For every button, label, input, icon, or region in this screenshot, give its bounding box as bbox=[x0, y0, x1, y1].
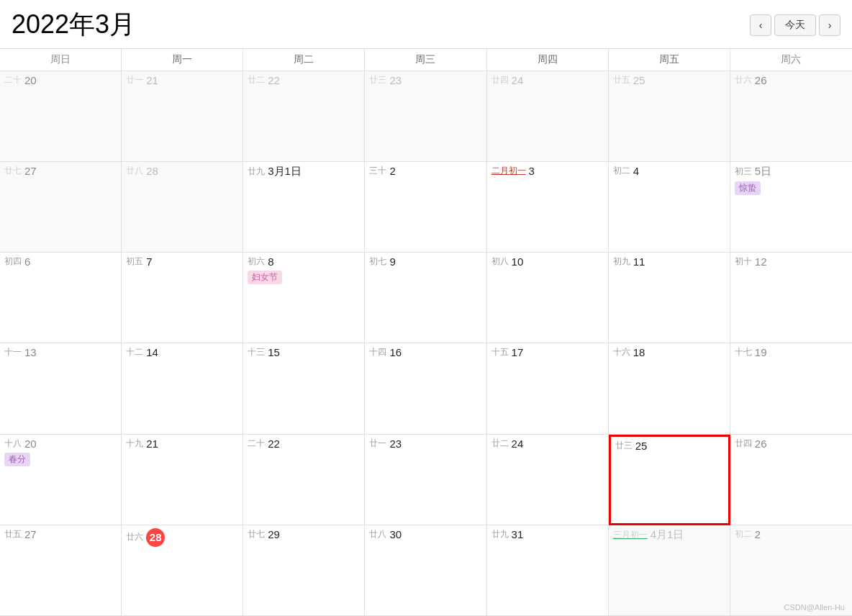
weekday-label: 周五 bbox=[609, 49, 730, 71]
lunar-label: 廿六 bbox=[735, 74, 752, 86]
lunar-label: 十二 bbox=[126, 346, 143, 358]
day-cell[interactable]: 初五7 bbox=[122, 253, 243, 343]
lunar-label: 二十 bbox=[248, 438, 265, 450]
weekday-label: 周三 bbox=[365, 49, 486, 71]
day-number: 26 bbox=[755, 74, 767, 86]
day-number: 18 bbox=[633, 346, 645, 358]
day-cell[interactable]: 十九21 bbox=[122, 435, 243, 525]
day-cell[interactable]: 廿七27 bbox=[0, 162, 122, 253]
weekday-label: 周一 bbox=[122, 49, 243, 71]
day-cell[interactable]: 初六8妇女节 bbox=[243, 253, 365, 343]
day-cell[interactable]: 廿六28 bbox=[122, 525, 243, 616]
day-cell[interactable]: 廿七29 bbox=[243, 525, 365, 616]
day-cell[interactable]: 十二14 bbox=[122, 343, 243, 434]
day-cell[interactable]: 初八10 bbox=[487, 253, 609, 343]
lunar-label: 廿四 bbox=[735, 438, 752, 450]
day-number: 12 bbox=[755, 255, 767, 268]
watermark: CSDN@Allen-Hu bbox=[784, 603, 845, 612]
day-number: 24 bbox=[512, 74, 524, 86]
lunar-label: 十四 bbox=[369, 346, 386, 358]
day-cell[interactable]: 廿一21 bbox=[122, 71, 243, 162]
day-cell[interactable]: 廿九3月1日 bbox=[243, 162, 365, 253]
lunar-label: 十六 bbox=[613, 346, 630, 358]
day-cell[interactable]: 廿四26 bbox=[730, 435, 852, 525]
day-number: 17 bbox=[512, 346, 524, 358]
day-cell[interactable]: 廿六26 bbox=[730, 71, 852, 162]
day-cell[interactable]: 二月初一3 bbox=[487, 162, 609, 253]
day-cell[interactable]: 廿二24 bbox=[487, 435, 609, 525]
day-cell[interactable]: 廿四24 bbox=[487, 71, 609, 162]
day-cell[interactable]: 初四6 bbox=[0, 253, 122, 343]
lunar-label: 初八 bbox=[491, 255, 509, 268]
day-cell[interactable]: 十三15 bbox=[243, 343, 365, 434]
day-cell[interactable]: 十六18 bbox=[609, 343, 730, 434]
day-number: 7 bbox=[146, 255, 152, 268]
event-tag: 春分 bbox=[4, 453, 30, 466]
day-cell[interactable]: 十四16 bbox=[365, 343, 486, 434]
lunar-label: 廿七 bbox=[248, 528, 265, 540]
day-number: 15 bbox=[268, 346, 280, 358]
day-number: 11 bbox=[633, 255, 645, 268]
lunar-label: 三月初一 bbox=[613, 529, 648, 541]
day-cell[interactable]: 廿五27 bbox=[0, 525, 122, 616]
lunar-label: 廿一 bbox=[126, 74, 143, 86]
day-number: 20 bbox=[24, 74, 37, 86]
lunar-label: 十一 bbox=[4, 346, 22, 358]
day-number: 22 bbox=[268, 74, 280, 86]
day-number: 4月1日 bbox=[651, 528, 684, 542]
day-number: 2 bbox=[389, 165, 395, 177]
day-number: 3月1日 bbox=[268, 165, 302, 178]
day-number: 27 bbox=[24, 165, 37, 177]
day-number: 8 bbox=[268, 255, 273, 268]
day-cell[interactable]: 初三5日惊蛰 bbox=[730, 162, 852, 253]
lunar-label: 廿六 bbox=[126, 531, 143, 543]
day-cell[interactable]: 廿九31 bbox=[487, 525, 609, 616]
lunar-label: 二月初一 bbox=[491, 165, 526, 177]
day-number: 31 bbox=[512, 528, 524, 540]
nav-buttons: ‹ 今天 › bbox=[750, 14, 840, 36]
day-cell[interactable]: 十八20春分 bbox=[0, 435, 122, 525]
day-cell[interactable]: 廿一23 bbox=[365, 435, 486, 525]
lunar-label: 廿九 bbox=[248, 166, 265, 178]
day-cell[interactable]: 廿八28 bbox=[122, 162, 243, 253]
day-cell[interactable]: 初九11 bbox=[609, 253, 730, 343]
day-number: 21 bbox=[146, 74, 158, 86]
day-number: 16 bbox=[389, 346, 402, 358]
calendar-container: 2022年3月 ‹ 今天 › 周日周一周二周三周四周五周六 二十20廿一21廿二… bbox=[0, 0, 852, 616]
lunar-label: 三十 bbox=[369, 165, 386, 177]
day-cell[interactable]: 三十2 bbox=[365, 162, 486, 253]
day-cell[interactable]: 二十22 bbox=[243, 435, 365, 525]
day-cell[interactable]: 十七19 bbox=[730, 343, 852, 434]
lunar-label: 廿五 bbox=[613, 74, 630, 86]
today-button[interactable]: 今天 bbox=[774, 14, 816, 36]
day-number: 26 bbox=[755, 438, 767, 450]
day-number: 6 bbox=[24, 255, 30, 268]
lunar-label: 初九 bbox=[613, 255, 630, 268]
day-cell[interactable]: 廿二22 bbox=[243, 71, 365, 162]
day-cell[interactable]: 三月初一4月1日 bbox=[609, 525, 730, 616]
next-button[interactable]: › bbox=[819, 14, 840, 36]
day-cell[interactable]: 初二4 bbox=[609, 162, 730, 253]
lunar-label: 初二 bbox=[613, 165, 630, 177]
day-cell[interactable]: 十五17 bbox=[487, 343, 609, 434]
weekday-label: 周六 bbox=[730, 49, 852, 71]
day-cell[interactable]: 初十12 bbox=[730, 253, 852, 343]
prev-button[interactable]: ‹ bbox=[750, 14, 771, 36]
weekday-label: 周日 bbox=[0, 49, 122, 71]
day-cell[interactable]: 廿五25 bbox=[609, 71, 730, 162]
lunar-label: 初三 bbox=[735, 166, 752, 178]
day-cell[interactable]: 廿三25 bbox=[609, 435, 730, 525]
day-cell[interactable]: 廿八30 bbox=[365, 525, 486, 616]
event-tag: 妇女节 bbox=[248, 271, 282, 284]
day-number: 27 bbox=[24, 528, 37, 540]
weekday-header: 周日周一周二周三周四周五周六 bbox=[0, 48, 852, 71]
day-cell[interactable]: 二十20 bbox=[0, 71, 122, 162]
day-cell[interactable]: 初七9 bbox=[365, 253, 486, 343]
lunar-label: 廿一 bbox=[369, 438, 386, 450]
day-cell[interactable]: 十一13 bbox=[0, 343, 122, 434]
day-number: 14 bbox=[146, 346, 158, 358]
day-cell[interactable]: 廿三23 bbox=[365, 71, 486, 162]
lunar-label: 廿八 bbox=[126, 165, 143, 177]
calendar-grid: 二十20廿一21廿二22廿三23廿四24廿五25廿六26廿七27廿八28廿九3月… bbox=[0, 71, 852, 616]
calendar-header: 2022年3月 ‹ 今天 › bbox=[0, 7, 852, 48]
